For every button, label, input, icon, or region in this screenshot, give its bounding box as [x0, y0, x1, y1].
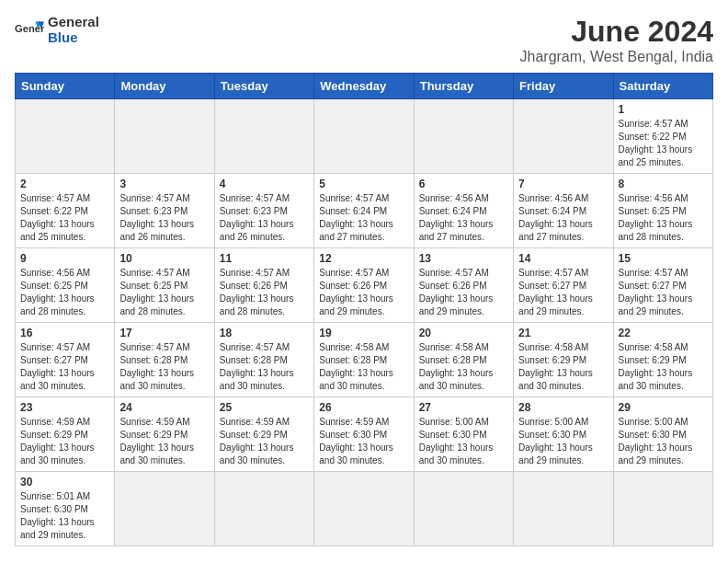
day-14: 14 Sunrise: 4:57 AMSunset: 6:27 PMDaylig…: [514, 248, 613, 323]
day-info: Sunrise: 5:00 AMSunset: 6:30 PMDaylight:…: [518, 416, 608, 467]
page-header: General General Blue June 2024 Jhargram,…: [15, 15, 713, 65]
empty-cell: [214, 99, 313, 174]
month-title: June 2024: [520, 15, 713, 49]
day-7: 7 Sunrise: 4:56 AMSunset: 6:24 PMDayligh…: [514, 174, 613, 248]
empty-cell: [115, 99, 214, 174]
day-info: Sunrise: 4:59 AMSunset: 6:29 PMDaylight:…: [119, 416, 209, 467]
logo: General General Blue: [15, 15, 99, 45]
empty-cell: [214, 472, 313, 546]
day-number: 19: [319, 327, 408, 339]
day-16: 16 Sunrise: 4:57 AMSunset: 6:27 PMDaylig…: [16, 323, 115, 397]
day-number: 4: [220, 178, 309, 190]
day-27: 27 Sunrise: 5:00 AMSunset: 6:30 PMDaylig…: [414, 397, 513, 472]
day-info: Sunrise: 4:57 AMSunset: 6:25 PMDaylight:…: [119, 267, 209, 318]
empty-cell: [115, 472, 214, 546]
calendar-row-3: 9 Sunrise: 4:56 AMSunset: 6:25 PMDayligh…: [16, 248, 713, 323]
day-13: 13 Sunrise: 4:57 AMSunset: 6:26 PMDaylig…: [414, 248, 513, 323]
empty-cell: [414, 472, 513, 546]
day-number: 3: [119, 178, 209, 190]
day-29: 29 Sunrise: 5:00 AMSunset: 6:30 PMDaylig…: [613, 397, 712, 472]
day-number: 24: [119, 401, 209, 414]
day-6: 6 Sunrise: 4:56 AMSunset: 6:24 PMDayligh…: [414, 174, 513, 248]
day-info: Sunrise: 4:59 AMSunset: 6:29 PMDaylight:…: [20, 416, 109, 467]
day-info: Sunrise: 4:57 AMSunset: 6:23 PMDaylight:…: [119, 192, 209, 244]
day-number: 7: [518, 178, 608, 190]
day-18: 18 Sunrise: 4:57 AMSunset: 6:28 PMDaylig…: [214, 323, 313, 397]
day-info: Sunrise: 5:01 AMSunset: 6:30 PMDaylight:…: [20, 490, 109, 542]
day-info: Sunrise: 4:57 AMSunset: 6:22 PMDaylight:…: [20, 192, 109, 244]
day-number: 1: [619, 103, 708, 116]
weekday-header-row: Sunday Monday Tuesday Wednesday Thursday…: [16, 74, 713, 99]
header-friday: Friday: [514, 74, 613, 99]
day-number: 23: [20, 401, 109, 414]
day-17: 17 Sunrise: 4:57 AMSunset: 6:28 PMDaylig…: [115, 323, 214, 397]
day-5: 5 Sunrise: 4:57 AMSunset: 6:24 PMDayligh…: [314, 174, 414, 248]
day-28: 28 Sunrise: 5:00 AMSunset: 6:30 PMDaylig…: [514, 397, 613, 472]
day-info: Sunrise: 4:56 AMSunset: 6:24 PMDaylight:…: [518, 192, 608, 244]
day-number: 2: [20, 178, 109, 190]
empty-cell: [613, 472, 712, 546]
day-info: Sunrise: 4:56 AMSunset: 6:25 PMDaylight:…: [20, 267, 109, 318]
day-3: 3 Sunrise: 4:57 AMSunset: 6:23 PMDayligh…: [115, 174, 214, 248]
day-info: Sunrise: 4:59 AMSunset: 6:29 PMDaylight:…: [220, 416, 309, 467]
day-19: 19 Sunrise: 4:58 AMSunset: 6:28 PMDaylig…: [314, 323, 414, 397]
header-monday: Monday: [115, 74, 214, 99]
day-number: 16: [20, 327, 109, 339]
day-info: Sunrise: 4:57 AMSunset: 6:27 PMDaylight:…: [518, 267, 608, 318]
logo-blue: Blue: [48, 30, 99, 46]
day-info: Sunrise: 4:57 AMSunset: 6:26 PMDaylight:…: [319, 267, 408, 318]
day-info: Sunrise: 5:00 AMSunset: 6:30 PMDaylight:…: [619, 416, 708, 467]
day-info: Sunrise: 4:57 AMSunset: 6:28 PMDaylight:…: [119, 341, 209, 393]
day-number: 17: [119, 327, 209, 339]
day-number: 10: [119, 252, 209, 265]
title-section: June 2024 Jhargram, West Bengal, India: [520, 15, 713, 65]
day-10: 10 Sunrise: 4:57 AMSunset: 6:25 PMDaylig…: [115, 248, 214, 323]
header-thursday: Thursday: [414, 74, 513, 99]
day-number: 5: [319, 178, 408, 190]
day-number: 25: [220, 401, 309, 414]
day-1: 1 Sunrise: 4:57 AMSunset: 6:22 PMDayligh…: [613, 99, 712, 174]
header-wednesday: Wednesday: [314, 74, 414, 99]
day-number: 29: [619, 401, 708, 414]
day-info: Sunrise: 4:57 AMSunset: 6:24 PMDaylight:…: [319, 192, 408, 244]
day-2: 2 Sunrise: 4:57 AMSunset: 6:22 PMDayligh…: [16, 174, 115, 248]
empty-cell: [314, 472, 414, 546]
header-sunday: Sunday: [16, 74, 115, 99]
day-info: Sunrise: 4:57 AMSunset: 6:26 PMDaylight:…: [419, 267, 508, 318]
day-number: 8: [619, 178, 708, 190]
day-info: Sunrise: 4:58 AMSunset: 6:29 PMDaylight:…: [619, 341, 708, 393]
day-info: Sunrise: 4:57 AMSunset: 6:27 PMDaylight:…: [619, 267, 708, 318]
empty-cell: [16, 99, 115, 174]
logo-general: General: [48, 15, 99, 30]
calendar-row-6: 30 Sunrise: 5:01 AMSunset: 6:30 PMDaylig…: [16, 472, 713, 546]
day-25: 25 Sunrise: 4:59 AMSunset: 6:29 PMDaylig…: [214, 397, 313, 472]
calendar-table: Sunday Monday Tuesday Wednesday Thursday…: [15, 73, 713, 546]
day-info: Sunrise: 4:56 AMSunset: 6:24 PMDaylight:…: [419, 192, 508, 244]
day-number: 15: [619, 252, 708, 265]
day-9: 9 Sunrise: 4:56 AMSunset: 6:25 PMDayligh…: [16, 248, 115, 323]
day-number: 11: [220, 252, 309, 265]
day-number: 12: [319, 252, 408, 265]
day-info: Sunrise: 4:57 AMSunset: 6:27 PMDaylight:…: [20, 341, 109, 393]
day-23: 23 Sunrise: 4:59 AMSunset: 6:29 PMDaylig…: [16, 397, 115, 472]
day-26: 26 Sunrise: 4:59 AMSunset: 6:30 PMDaylig…: [314, 397, 414, 472]
day-number: 28: [518, 401, 608, 414]
day-info: Sunrise: 4:58 AMSunset: 6:28 PMDaylight:…: [419, 341, 508, 393]
logo-icon: General: [15, 16, 44, 45]
day-15: 15 Sunrise: 4:57 AMSunset: 6:27 PMDaylig…: [613, 248, 712, 323]
header-tuesday: Tuesday: [214, 74, 313, 99]
empty-cell: [514, 99, 613, 174]
day-number: 14: [518, 252, 608, 265]
day-number: 26: [319, 401, 408, 414]
day-info: Sunrise: 4:56 AMSunset: 6:25 PMDaylight:…: [619, 192, 708, 244]
day-4: 4 Sunrise: 4:57 AMSunset: 6:23 PMDayligh…: [214, 174, 313, 248]
day-number: 13: [419, 252, 508, 265]
day-number: 9: [20, 252, 109, 265]
empty-cell: [314, 99, 414, 174]
day-info: Sunrise: 4:58 AMSunset: 6:28 PMDaylight:…: [319, 341, 408, 393]
day-info: Sunrise: 4:57 AMSunset: 6:23 PMDaylight:…: [220, 192, 309, 244]
day-12: 12 Sunrise: 4:57 AMSunset: 6:26 PMDaylig…: [314, 248, 414, 323]
day-info: Sunrise: 4:58 AMSunset: 6:29 PMDaylight:…: [518, 341, 608, 393]
day-info: Sunrise: 4:57 AMSunset: 6:26 PMDaylight:…: [220, 267, 309, 318]
day-8: 8 Sunrise: 4:56 AMSunset: 6:25 PMDayligh…: [613, 174, 712, 248]
